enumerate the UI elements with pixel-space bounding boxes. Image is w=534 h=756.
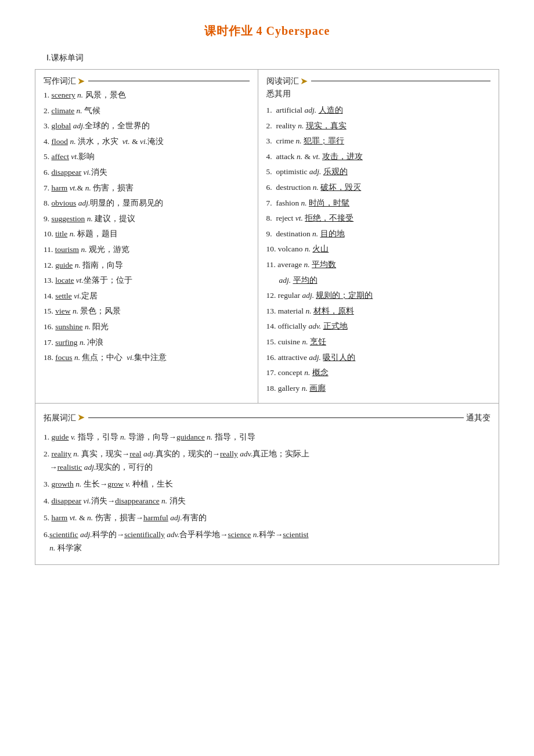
list-item: 3. growth n. 生长→grow v. 种植，生长 (44, 478, 490, 491)
pos: n. (120, 433, 126, 441)
word: guidance (176, 433, 205, 441)
pos: adj. (84, 463, 96, 471)
pos: adj. (309, 353, 321, 362)
list-item: 7. fashion n. 时尚，时髦 (266, 197, 490, 210)
list-item: 9. suggestion n. 建议，提议 (44, 213, 250, 225)
pos: n. (81, 245, 86, 254)
pos: adj. (302, 291, 314, 300)
list-item: 3. global adj.全球的，全世界的 (44, 120, 250, 132)
pos: n. (75, 261, 81, 269)
writing-label: 写作词汇 (44, 76, 76, 87)
word: guide (55, 261, 73, 269)
word: reality (52, 449, 71, 458)
meaning: 现实，真实 (306, 121, 347, 130)
pos: adj. (143, 449, 156, 458)
pos: n. (74, 353, 80, 362)
meaning: 概念 (312, 368, 329, 377)
reading-label: 阅读词汇 (266, 76, 299, 87)
pos: v. (125, 480, 130, 488)
expand-column: 拓展词汇 ➤ 通其变 1. guide v. 指导，引导 n. 导游，向导→gu… (35, 404, 499, 564)
expand-label: 拓展词汇 (44, 411, 76, 425)
list-item: 1. artificial adj. 人造的 (266, 104, 490, 117)
list-item: 4. attack n. & vt. 攻击，进攻 (266, 150, 490, 163)
list-item: 18. gallery n. 画廊 (266, 382, 490, 395)
pos: n. (80, 338, 85, 347)
pos: n. (253, 530, 259, 539)
pos: vt. (312, 152, 320, 161)
pos: vi. (84, 496, 91, 505)
meaning: 拒绝，不接受 (305, 214, 353, 222)
list-item: 15. cuisine n. 烹饪 (266, 336, 490, 348)
list-item: 12. regular adj. 规则的；定期的 (266, 289, 490, 302)
list-item: 17. concept n. 概念 (266, 366, 490, 379)
list-item: 4. disappear vi.消失→disappearance n. 消失 (44, 495, 490, 508)
list-item: 8. reject vt. 拒绝，不接受 (266, 212, 490, 225)
expand-suffix: 通其变 (466, 411, 490, 425)
word: settle (55, 291, 72, 300)
list-item: 12. guide n. 指南，向导 (44, 259, 250, 272)
list-item: 2. reality n. 现实，真实 (266, 120, 490, 132)
meaning: 目的地 (320, 229, 345, 238)
pos: adj. (78, 199, 91, 207)
divider-line (311, 81, 490, 81)
word: focus (55, 353, 72, 362)
pos: n. (305, 307, 311, 315)
pos: n. (161, 496, 167, 505)
pos: vi. (74, 291, 81, 300)
pos: n. (70, 229, 75, 238)
meaning: 时尚，时髦 (309, 199, 349, 207)
writing-list: 1. scenery n. 风景，景色 2. climate n. 气候 3. … (44, 89, 250, 364)
list-item: 7. harm vt.& n. 伤害，损害 (44, 182, 250, 195)
pos: adj. (73, 121, 85, 130)
word: surfing (55, 338, 77, 347)
word: locate (55, 276, 74, 285)
section-label: Ⅰ.课标单词 (46, 53, 499, 63)
pos: n. (305, 244, 311, 253)
pos: n. (296, 136, 302, 145)
list-item: 2. climate n. 气候 (44, 105, 250, 117)
list-item: 18. focus n. 焦点；中心 vi.集中注意 (44, 351, 250, 364)
pos: n. (313, 183, 319, 192)
pos: n. (73, 449, 79, 458)
pos: n. (77, 91, 83, 99)
meaning: 正式地 (323, 322, 348, 330)
list-item: 5. affect vt.影响 (44, 150, 250, 163)
meaning: 平均的 (293, 276, 317, 285)
word: suggestion (52, 214, 85, 223)
list-item: 3. crime n. 犯罪；罪行 (266, 135, 490, 147)
pos: n. (87, 513, 93, 522)
meaning: 乐观的 (323, 167, 348, 176)
word: harm (52, 513, 68, 522)
list-item: 6. disappear vi.消失 (44, 166, 250, 179)
meaning: 画廊 (309, 384, 326, 393)
meaning: 吸引人的 (323, 353, 355, 362)
meaning: 烹饪 (310, 337, 326, 346)
writing-column: 写作词汇 ➤ 1. scenery n. 风景，景色 2. climate n.… (35, 70, 258, 404)
list-item: 14. officially adv. 正式地 (266, 320, 490, 333)
word: harmful (143, 513, 168, 522)
word: scientific (49, 530, 78, 539)
word: disappear (52, 168, 82, 177)
list-item: 10. title n. 标题，题目 (44, 228, 250, 240)
pos: vi. (127, 353, 134, 362)
pos: n. (298, 121, 304, 130)
word: climate (52, 106, 75, 115)
expand-vocab-table: 拓展词汇 ➤ 通其变 1. guide v. 指导，引导 n. 导游，向导→gu… (35, 404, 499, 564)
word: tourism (55, 245, 79, 254)
arrow-icon: ➤ (77, 75, 85, 87)
sub-label: 悉其用 (266, 89, 490, 99)
pos: adv. (167, 530, 179, 539)
pos: vt. (71, 152, 78, 161)
meaning: 破坏，毁灭 (320, 183, 361, 192)
meaning: 火山 (312, 244, 329, 253)
list-item: 4. flood n. 洪水，水灾 vt. & vi.淹没 (44, 135, 250, 148)
pos: vt. (122, 137, 130, 146)
pos: v. (71, 433, 75, 441)
word: science (228, 530, 251, 539)
pos: n. (304, 368, 310, 377)
list-item: 5. optimistic adj. 乐观的 (266, 165, 490, 178)
list-item: 5. harm vt. & n. 伤害，损害→harmful adj.有害的 (44, 512, 490, 525)
list-item: 16. attractive adj. 吸引人的 (266, 351, 490, 364)
page-title: 课时作业 4 Cyberspace (35, 23, 499, 39)
word: guide (52, 433, 69, 441)
